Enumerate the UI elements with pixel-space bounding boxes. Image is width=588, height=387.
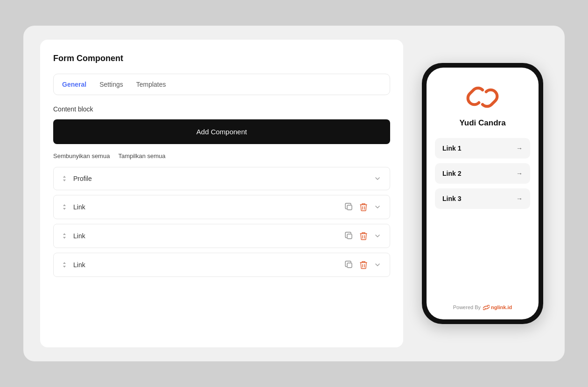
chevron-down-icon — [374, 261, 381, 269]
expand-link3-button[interactable] — [373, 260, 382, 270]
chevron-down-icon — [374, 175, 381, 182]
content-block-label: Content block — [53, 105, 390, 113]
user-name: Yudi Candra — [459, 118, 505, 128]
nglink-chain-icon — [483, 305, 490, 310]
trash-icon — [360, 203, 367, 211]
chevron-down-icon — [374, 203, 381, 211]
component-label-link2: Link — [73, 232, 344, 240]
arrow-icon-1: → — [516, 145, 523, 152]
row-actions-link2 — [344, 231, 382, 241]
trash-icon — [360, 232, 367, 240]
brand-logo — [466, 84, 499, 112]
phone-footer: Powered By nglink.id — [453, 304, 512, 310]
phone-link-label-3: Link 3 — [442, 195, 461, 202]
phone-link-label-1: Link 1 — [442, 145, 461, 152]
delete-link1-button[interactable] — [359, 202, 368, 212]
row-actions-profile — [373, 174, 382, 183]
copy-icon — [345, 261, 353, 269]
delete-link3-button[interactable] — [359, 260, 368, 270]
expand-link1-button[interactable] — [373, 202, 382, 212]
svg-rect-0 — [347, 205, 352, 210]
phone-link-item-3[interactable]: Link 3 → — [435, 188, 530, 209]
expand-link2-button[interactable] — [373, 231, 382, 241]
tab-templates[interactable]: Templates — [135, 79, 167, 90]
phone-link-item-1[interactable]: Link 1 → — [435, 138, 530, 159]
sort-icon-profile[interactable] — [61, 175, 68, 182]
add-component-button[interactable]: Add Component — [53, 119, 390, 144]
row-actions-link3 — [344, 260, 382, 270]
arrow-icon-2: → — [516, 170, 523, 177]
brand-name: nglink.id — [491, 304, 512, 310]
sort-icon-link1[interactable] — [61, 203, 68, 211]
component-label-link1: Link — [73, 203, 344, 211]
sort-icon-link3[interactable] — [61, 261, 68, 269]
component-row-link2: Link — [53, 224, 390, 248]
tab-settings[interactable]: Settings — [98, 79, 124, 90]
hide-all-button[interactable]: Sembunyikan semua — [53, 152, 110, 159]
trash-icon — [360, 261, 367, 269]
chevron-down-icon — [374, 232, 381, 240]
component-row-link3: Link — [53, 253, 390, 277]
svg-rect-1 — [347, 234, 352, 239]
copy-icon — [345, 232, 353, 240]
phone-link-label-2: Link 2 — [442, 170, 461, 177]
show-all-button[interactable]: Tampilkan semua — [118, 152, 165, 159]
page-title: Form Component — [53, 54, 390, 63]
phone-preview-panel: Yudi Candra Link 1 → Link 2 → Link 3 → — [417, 40, 548, 347]
component-label-profile: Profile — [73, 175, 373, 182]
copy-link1-button[interactable] — [344, 202, 354, 212]
tab-general[interactable]: General — [61, 79, 87, 90]
row-actions-link1 — [344, 202, 382, 212]
phone-screen: Yudi Candra Link 1 → Link 2 → Link 3 → — [427, 68, 539, 319]
delete-link2-button[interactable] — [359, 231, 368, 241]
copy-icon — [345, 203, 353, 211]
expand-profile-button[interactable] — [373, 174, 382, 183]
sort-icon-link2[interactable] — [61, 232, 68, 240]
phone-frame: Yudi Candra Link 1 → Link 2 → Link 3 → — [422, 63, 543, 324]
tabs-bar: General Settings Templates — [53, 74, 390, 95]
left-panel: Form Component General Settings Template… — [40, 40, 403, 347]
copy-link3-button[interactable] — [344, 260, 354, 270]
component-label-link3: Link — [73, 261, 344, 269]
svg-rect-2 — [347, 263, 352, 268]
outer-card: Form Component General Settings Template… — [23, 26, 565, 361]
visibility-row: Sembunyikan semua Tampilkan semua — [53, 152, 390, 159]
component-row-profile: Profile — [53, 167, 390, 190]
component-row-link1: Link — [53, 195, 390, 219]
chain-link-icon — [466, 84, 499, 110]
arrow-icon-3: → — [516, 195, 523, 202]
powered-by-text: Powered By — [453, 304, 481, 310]
copy-link2-button[interactable] — [344, 231, 354, 241]
nglink-brand: nglink.id — [483, 304, 512, 310]
phone-links-list: Link 1 → Link 2 → Link 3 → — [435, 138, 530, 297]
phone-link-item-2[interactable]: Link 2 → — [435, 163, 530, 184]
